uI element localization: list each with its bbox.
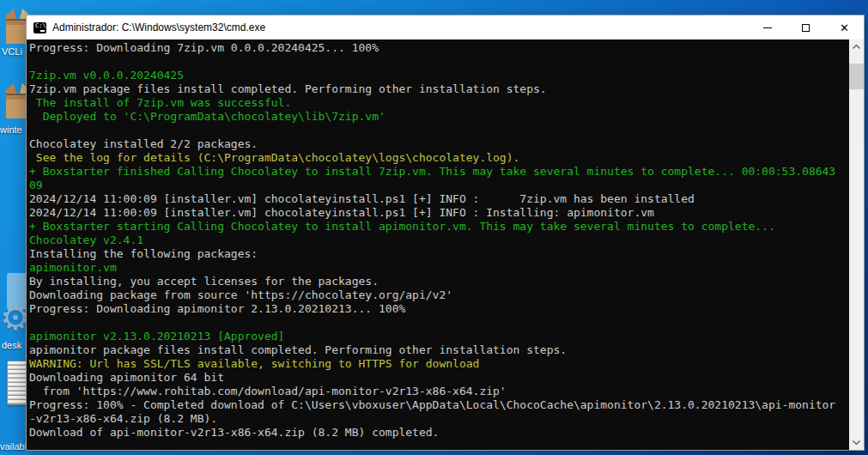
console-line: -v2r13-x86-x64.zip (8.2 MB).	[29, 412, 849, 426]
window-title: Administrador: C:\Windows\system32\cmd.e…	[52, 21, 748, 33]
console-line: Progress: Downloading 7zip.vm 0.0.0.2024…	[29, 41, 849, 55]
cmd-window: C:\ Administrador: C:\Windows\system32\c…	[26, 15, 865, 451]
desktop-icon-list-file[interactable]	[7, 361, 27, 405]
console-line: apimonitor v2.13.0.20210213 [Approved]	[29, 330, 849, 343]
close-button[interactable]: ✕	[825, 15, 864, 39]
console-line: 7zip.vm package files install completed.…	[29, 82, 849, 96]
console-line: Installing the following packages:	[29, 247, 849, 261]
console-line: Progress: 100% - Completed download of C…	[29, 398, 849, 412]
console-line: The install of 7zip.vm was successful.	[29, 96, 849, 110]
desktop-background: VCLi winte ⚙ desk vailabl C:\ Administra…	[0, 0, 868, 455]
cmd-icon-text: C:\	[35, 23, 46, 29]
console-line: Downloading package from source 'https:/…	[29, 288, 849, 302]
console-line: from 'https://www.rohitab.com/download/a…	[29, 385, 849, 398]
close-icon: ✕	[840, 22, 849, 33]
console-line: + Boxstarter finished Calling Chocolatey…	[29, 165, 849, 179]
desktop-icon-label: VCLi	[2, 46, 22, 57]
console-line: apimonitor.vm	[29, 261, 849, 275]
console-line: Chocolatey installed 2/2 packages.	[29, 137, 849, 151]
title-bar[interactable]: C:\ Administrador: C:\Windows\system32\c…	[27, 15, 864, 39]
scroll-up-button[interactable]	[849, 39, 864, 54]
maximize-button[interactable]	[786, 15, 825, 39]
console-line: 09	[29, 179, 849, 192]
desktop-icon-label: winte	[0, 124, 22, 135]
chevron-down-icon	[853, 440, 860, 445]
list-file-icon	[7, 361, 27, 405]
console-line: Downloading apimonitor 64 bit	[29, 371, 849, 385]
console-output: Progress: Downloading 7zip.vm 0.0.0.2024…	[29, 41, 849, 440]
maximize-icon	[802, 24, 810, 32]
console-line: apimonitor package files install complet…	[29, 343, 849, 357]
console-line: By installing, you accept licenses for t…	[29, 275, 849, 288]
chevron-up-icon	[853, 45, 860, 49]
console-line: Chocolatey v2.4.1	[29, 234, 849, 247]
console-line: Deployed to 'C:\ProgramData\chocolatey\l…	[29, 110, 849, 124]
console-line	[29, 124, 849, 137]
desktop-icon-settings[interactable]: ⚙	[0, 273, 29, 340]
scrollbar-thumb[interactable]	[849, 64, 864, 89]
console-line	[29, 316, 849, 330]
minimize-button[interactable]	[748, 15, 786, 39]
console-line: 2024/12/14 11:00:09 [installer.vm] choco…	[29, 206, 849, 220]
console-line: See the log for details (C:\ProgramData\…	[29, 151, 849, 165]
minimize-icon	[763, 27, 772, 28]
console-line	[29, 55, 849, 69]
console-line: + Boxstarter starting Calling Chocolatey…	[29, 220, 849, 234]
console[interactable]: Progress: Downloading 7zip.vm 0.0.0.2024…	[27, 39, 849, 450]
console-line: 2024/12/14 11:00:09 [installer.vm] choco…	[29, 192, 849, 206]
scroll-down-button[interactable]	[849, 435, 864, 450]
desktop-icon-label: desk	[2, 340, 21, 350]
console-line: 7zip.vm v0.0.0.20240425	[29, 69, 849, 82]
console-line: WARNING: Url has SSL/TLS available, swit…	[29, 357, 849, 371]
console-line: Download of api-monitor-v2r13-x86-x64.zi…	[29, 426, 849, 440]
cmd-app-icon[interactable]: C:\	[33, 22, 46, 33]
console-line: Progress: Downloading apimonitor 2.13.0.…	[29, 302, 849, 316]
desktop-icon-label: vailabl	[0, 441, 27, 452]
vertical-scrollbar[interactable]	[849, 39, 864, 450]
